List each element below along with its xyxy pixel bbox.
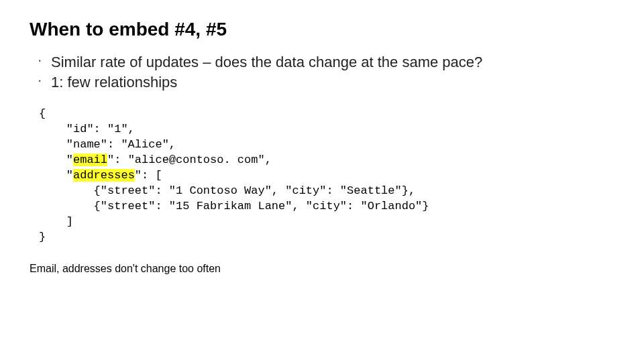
code-line: " bbox=[39, 169, 73, 182]
bullet-item: 1: few relationships bbox=[39, 72, 614, 93]
code-line: {"street": "1 Contoso Way", "city": "Sea… bbox=[39, 184, 415, 197]
slide: When to embed #4, #5 Similar rate of upd… bbox=[0, 0, 644, 294]
code-line: ": "alice@contoso. com", bbox=[107, 154, 272, 166]
highlight-email: email bbox=[73, 154, 107, 166]
slide-title: When to embed #4, #5 bbox=[30, 19, 614, 40]
code-line: "id": "1", bbox=[39, 123, 135, 135]
code-line: "name": "Alice", bbox=[39, 138, 176, 151]
code-line: " bbox=[39, 154, 73, 166]
bullet-list: Similar rate of updates – does the data … bbox=[39, 52, 614, 92]
code-line: ": [ bbox=[135, 169, 162, 182]
code-line: } bbox=[39, 231, 46, 243]
code-block: { "id": "1", "name": "Alice", "email": "… bbox=[39, 107, 614, 245]
highlight-addresses: addresses bbox=[73, 169, 135, 182]
footnote-text: Email, addresses don't change too often bbox=[30, 263, 614, 275]
code-line: {"street": "15 Fabrikam Lane", "city": "… bbox=[39, 200, 429, 213]
code-line: { bbox=[39, 107, 46, 120]
bullet-item: Similar rate of updates – does the data … bbox=[39, 52, 614, 72]
code-line: ] bbox=[39, 215, 73, 228]
